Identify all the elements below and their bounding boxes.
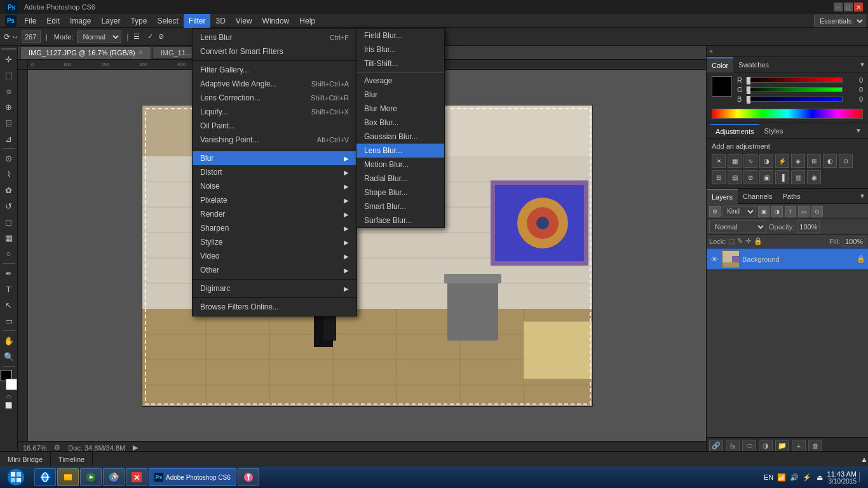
menu-3d[interactable]: 3D [210, 14, 230, 28]
filter-blur-submenu[interactable]: Blur ▶ [193, 151, 356, 165]
blur-radial[interactable]: Radial Blur... [356, 172, 444, 186]
layer-row-background[interactable]: 👁 Background 🔒 [707, 248, 868, 270]
filter-smart-icon[interactable]: ⊙ [811, 206, 823, 217]
filter-lens-blur-top[interactable]: Lens Blur Ctrl+F [193, 30, 356, 44]
taskbar-itunes[interactable] [238, 468, 259, 486]
blur-blur[interactable]: Blur [356, 88, 444, 102]
menu-help[interactable]: Help [294, 14, 320, 28]
filter-pixel-icon[interactable]: ▣ [758, 206, 770, 217]
filter-video-submenu[interactable]: Video ▶ [193, 249, 356, 263]
filter-noise-submenu[interactable]: Noise ▶ [193, 179, 356, 193]
dodge-tool[interactable]: ○ [1, 246, 17, 261]
crop-tool[interactable]: ⌸ [1, 115, 17, 130]
color-swatch[interactable] [712, 76, 732, 97]
tab-color[interactable]: Color [707, 57, 733, 72]
layers-group-btn[interactable]: 📁 [775, 440, 789, 452]
blur-average[interactable]: Average [356, 74, 444, 88]
move-tool[interactable]: ✛ [1, 51, 17, 67]
blur-blur-more[interactable]: Blur More [356, 102, 444, 116]
filter-lens-correction[interactable]: Lens Correction... Shift+Ctrl+R [193, 91, 356, 105]
menu-edit[interactable]: Edit [41, 14, 65, 28]
layers-panel-collapse[interactable]: ▼ [859, 193, 865, 200]
filter-adjust-icon[interactable]: ◑ [771, 206, 783, 217]
adj-channelmix-icon[interactable]: ⊟ [712, 170, 726, 184]
zoom-tool[interactable]: 🔍 [1, 349, 17, 364]
marquee-tool[interactable]: ⬚ [1, 67, 17, 83]
taskbar-x[interactable]: ✕ [126, 468, 147, 486]
adj-brightness-icon[interactable]: ☀ [712, 154, 726, 168]
opacity-input[interactable] [797, 220, 820, 233]
layers-mask-btn[interactable]: ⬭ [742, 440, 756, 452]
screen-mode-btn[interactable]: ⬜ [5, 402, 12, 409]
filter-sharpen-submenu[interactable]: Sharpen ▶ [193, 221, 356, 235]
brush-size-input[interactable] [22, 30, 41, 43]
brush-tool[interactable]: ⌇ [1, 166, 17, 182]
history-tool[interactable]: ↺ [1, 198, 17, 214]
blur-lens[interactable]: Lens Blur... [356, 144, 444, 158]
adj-exposure-icon[interactable]: ◑ [759, 154, 773, 168]
filter-digimarc-submenu[interactable]: Digimarc ▶ [193, 281, 356, 295]
tab-img1127[interactable]: IMG_1127.JPG @ 16.7% (RGB/8) ✕ [20, 46, 151, 59]
filter-adaptive-wide[interactable]: Adaptive Wide Angle... Shift+Ctrl+A [193, 77, 356, 91]
eyedropper-tool[interactable]: ⊿ [1, 131, 17, 146]
tray-en[interactable]: EN [764, 472, 774, 482]
tab-layers[interactable]: Layers [707, 189, 738, 204]
tab-channels[interactable]: Channels [738, 189, 777, 204]
tab-paths[interactable]: Paths [778, 189, 806, 204]
tab-img1127-close[interactable]: ✕ [138, 49, 143, 56]
tray-usb[interactable]: ⏏ [815, 472, 825, 482]
layers-adj-btn[interactable]: ◑ [759, 440, 773, 452]
filter-shape-icon[interactable]: ▭ [798, 206, 810, 217]
r-slider[interactable] [746, 78, 843, 83]
minimize-button[interactable]: – [834, 3, 843, 11]
color-panel-collapse[interactable]: ▼ [859, 61, 865, 68]
tab-swatches[interactable]: Swatches [733, 57, 774, 72]
menu-image[interactable]: Image [65, 14, 96, 28]
background-color[interactable] [6, 379, 17, 390]
lock-move-icon[interactable]: ✛ [745, 237, 751, 245]
start-button[interactable] [0, 466, 32, 488]
menu-select[interactable]: Select [152, 14, 183, 28]
hand-tool[interactable]: ✋ [1, 333, 17, 348]
filter-toggle[interactable]: ⚙ [709, 206, 721, 217]
filter-oil-paint[interactable]: Oil Paint... [193, 119, 356, 133]
quick-select-tool[interactable]: ⊕ [1, 99, 17, 114]
eraser-tool[interactable]: ◻ [1, 214, 17, 229]
lock-transparent-icon[interactable]: ⬚ [728, 237, 735, 245]
filter-render-submenu[interactable]: Render ▶ [193, 207, 356, 221]
filter-convert-smart[interactable]: Convert for Smart Filters [193, 44, 356, 58]
filter-stylize-submenu[interactable]: Stylize ▶ [193, 235, 356, 249]
taskbar-media[interactable] [80, 468, 102, 486]
blur-field[interactable]: Field Blur... [356, 29, 444, 43]
b-slider[interactable] [746, 97, 843, 102]
adj-invert-icon[interactable]: ⊘ [743, 170, 757, 184]
layers-delete-btn[interactable]: 🗑 [808, 440, 822, 452]
layers-fx-btn[interactable]: fx [726, 440, 740, 452]
filter-kind-select[interactable]: Kind Name Effect [722, 206, 756, 217]
taskbar-explorer[interactable] [57, 468, 79, 486]
blur-shape[interactable]: Shape Blur... [356, 186, 444, 200]
maximize-button[interactable]: □ [844, 3, 853, 11]
adj-selectcolor-icon[interactable]: ◉ [807, 170, 821, 184]
menu-type[interactable]: Type [125, 14, 152, 28]
pen-tool[interactable]: ✒ [1, 266, 17, 281]
tray-network[interactable]: 📶 [776, 472, 787, 482]
menu-layer[interactable]: Layer [96, 14, 125, 28]
blur-gaussian[interactable]: Gaussian Blur... [356, 130, 444, 144]
bottom-panel-collapse[interactable]: ▲ [860, 452, 868, 467]
menu-file[interactable]: File [19, 14, 41, 28]
adj-vibrance-icon[interactable]: ⚡ [775, 154, 789, 168]
blur-iris[interactable]: Iris Blur... [356, 43, 444, 57]
blur-tilt-shift[interactable]: Tilt-Shift... [356, 57, 444, 71]
filter-other-submenu[interactable]: Other ▶ [193, 263, 356, 277]
menu-view[interactable]: View [231, 14, 257, 28]
filter-distort-submenu[interactable]: Distort ▶ [193, 165, 356, 179]
taskbar-photoshop[interactable]: Ps Adobe Photoshop CS6 [149, 468, 236, 486]
close-button[interactable]: ✕ [854, 3, 863, 11]
filter-type-icon[interactable]: T [785, 206, 796, 217]
lock-all-icon[interactable]: 🔒 [754, 237, 763, 245]
adj-threshold-icon[interactable]: ▐ [775, 170, 789, 184]
tray-battery[interactable]: ⚡ [802, 472, 812, 482]
path-select-tool[interactable]: ↖ [1, 297, 17, 313]
tab-adjustments[interactable]: Adjustments [710, 124, 759, 138]
